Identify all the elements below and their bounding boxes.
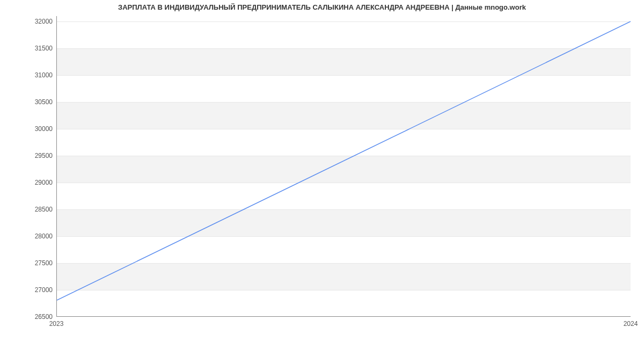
y-tick-label: 30000 [4, 125, 53, 133]
x-tick-label: 2024 [624, 320, 638, 328]
plot-inner [56, 16, 631, 317]
plot-area [56, 16, 631, 317]
y-tick-label: 27500 [4, 259, 53, 267]
y-tick-label: 31000 [4, 71, 53, 79]
y-tick-label: 28500 [4, 206, 53, 213]
line-path [57, 21, 631, 300]
chart-container: ЗАРПЛАТА В ИНДИВИДУАЛЬНЫЙ ПРЕДПРИНИМАТЕЛ… [0, 0, 644, 349]
y-tick-label: 29000 [4, 179, 53, 186]
y-tick-label: 29500 [4, 152, 53, 159]
chart-title: ЗАРПЛАТА В ИНДИВИДУАЛЬНЫЙ ПРЕДПРИНИМАТЕЛ… [0, 3, 644, 11]
x-tick-label: 2023 [49, 320, 64, 328]
y-tick-label: 31500 [4, 45, 53, 52]
series-line [57, 16, 631, 316]
y-tick-label: 28000 [4, 232, 53, 240]
y-tick-label: 27000 [4, 286, 53, 294]
y-tick-label: 26500 [4, 313, 53, 321]
y-tick-label: 30500 [4, 98, 53, 106]
y-tick-label: 32000 [4, 18, 53, 25]
